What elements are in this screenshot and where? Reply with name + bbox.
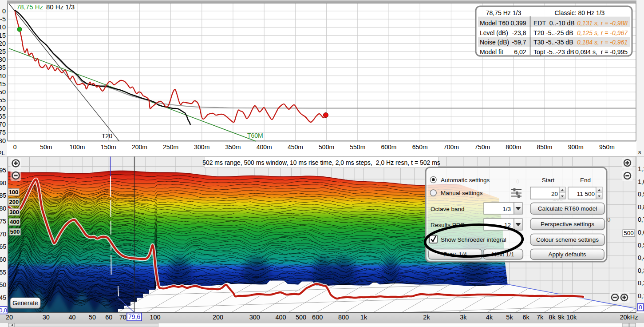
- svg-text:200m: 200m: [132, 144, 147, 151]
- svg-text:-50: -50: [0, 88, 6, 96]
- svg-text:Classic: 80 Hz 1/3: Classic: 80 Hz 1/3: [555, 9, 605, 16]
- svg-text:65: 65: [0, 243, 6, 250]
- svg-text:Automatic settings: Automatic settings: [441, 177, 490, 183]
- svg-text:700m: 700m: [443, 144, 459, 151]
- svg-text:Calculate RT60 model: Calculate RT60 model: [538, 205, 597, 212]
- svg-text:650m: 650m: [412, 144, 428, 151]
- svg-text:1,0: 1,0: [638, 178, 644, 185]
- svg-text:500m: 500m: [319, 144, 334, 151]
- svg-text:0,7: 0,7: [638, 216, 644, 223]
- svg-text:500: 500: [10, 228, 20, 235]
- svg-text:0,0: 0,0: [0, 307, 7, 314]
- svg-text:Perspective settings: Perspective settings: [541, 221, 594, 227]
- svg-text:150m: 150m: [101, 144, 116, 151]
- svg-text:Level (dB): Level (dB): [480, 29, 508, 36]
- svg-text:0,5: 0,5: [638, 242, 644, 249]
- svg-text:0,184 s, r = -0,961: 0,184 s, r = -0,961: [577, 39, 628, 46]
- svg-text:-30: -30: [0, 56, 6, 63]
- svg-text:-25: -25: [0, 48, 6, 55]
- svg-text:End: End: [580, 177, 591, 183]
- svg-text:-75: -75: [0, 129, 6, 136]
- svg-text:850m: 850m: [537, 144, 552, 151]
- svg-text:-15: -15: [0, 32, 6, 39]
- svg-text:950m: 950m: [599, 144, 615, 151]
- svg-text:20kHz: 20kHz: [620, 314, 638, 321]
- svg-text:200: 200: [9, 199, 19, 205]
- svg-text:Show Schroeder integral: Show Schroeder integral: [441, 236, 506, 243]
- svg-text:-70: -70: [0, 121, 6, 128]
- svg-text:T20 -5..-25 dB: T20 -5..-25 dB: [533, 29, 573, 36]
- svg-text:60: 60: [105, 314, 112, 321]
- svg-text:250m: 250m: [163, 144, 178, 151]
- svg-text:s: s: [638, 149, 641, 156]
- svg-text:60: 60: [0, 256, 6, 263]
- svg-text:78,75 Hz 1/3: 78,75 Hz 1/3: [486, 9, 522, 16]
- svg-text:2k: 2k: [423, 314, 430, 321]
- svg-text:-80: -80: [0, 137, 6, 144]
- svg-text:550m: 550m: [350, 144, 365, 151]
- svg-text:-45: -45: [0, 80, 6, 88]
- svg-text:400m: 400m: [257, 144, 272, 151]
- svg-text:-59,7: -59,7: [512, 39, 526, 46]
- svg-text:EDT 0..-10 dB: EDT 0..-10 dB: [533, 20, 575, 27]
- svg-text:78,75 Hz: 78,75 Hz: [16, 3, 43, 11]
- svg-text:9k 10k: 9k 10k: [558, 314, 577, 321]
- svg-text:450m: 450m: [288, 144, 303, 151]
- svg-text:SPL: SPL: [0, 150, 5, 156]
- svg-text:502 ms range, 500 ms window, 1: 502 ms range, 500 ms window, 10 ms rise …: [202, 159, 440, 166]
- svg-text:-5: -5: [0, 16, 6, 23]
- svg-text:20: 20: [551, 191, 558, 197]
- svg-text:400: 400: [10, 219, 20, 225]
- svg-text:50m: 50m: [40, 144, 52, 151]
- svg-text:Model fit: Model fit: [480, 48, 503, 56]
- svg-text:55: 55: [0, 269, 6, 276]
- svg-text:Manual settings: Manual settings: [441, 190, 483, 196]
- svg-text:0,094 s, r = -0,995: 0,094 s, r = -0,995: [575, 48, 628, 56]
- svg-text:100: 100: [150, 314, 160, 321]
- svg-text:0,8: 0,8: [638, 203, 644, 211]
- svg-text:T60M: T60M: [247, 132, 263, 139]
- svg-text:Start: Start: [542, 177, 555, 183]
- svg-text:79,6: 79,6: [128, 313, 140, 320]
- svg-text:0,4: 0,4: [638, 254, 644, 261]
- svg-text:Topt -5..-23 dB: Topt -5..-23 dB: [533, 48, 574, 56]
- svg-text:70: 70: [0, 231, 6, 238]
- svg-text:80 Hz 1/3: 80 Hz 1/3: [46, 3, 75, 11]
- svg-text:11 500: 11 500: [577, 191, 595, 197]
- svg-text:0,9: 0,9: [638, 191, 644, 198]
- svg-text:-23,8: -23,8: [512, 29, 526, 36]
- svg-text:300: 300: [9, 209, 19, 215]
- svg-text:75: 75: [0, 218, 6, 225]
- svg-text:1k: 1k: [360, 314, 367, 321]
- svg-text:-65: -65: [0, 113, 6, 120]
- svg-text:-10: -10: [0, 24, 6, 31]
- svg-text:45: 45: [0, 294, 6, 301]
- svg-text:500: 500: [296, 314, 306, 321]
- svg-text:90: 90: [0, 179, 6, 187]
- svg-text:800m: 800m: [506, 144, 521, 151]
- svg-text:100m: 100m: [69, 144, 85, 151]
- svg-text:1/3: 1/3: [502, 206, 511, 212]
- svg-text:T30 -5..-35 dB: T30 -5..-35 dB: [533, 39, 573, 46]
- svg-text:3k: 3k: [460, 314, 467, 321]
- svg-text:600m: 600m: [381, 144, 396, 151]
- svg-text:6k: 6k: [523, 314, 530, 321]
- svg-text:500: 500: [624, 230, 634, 236]
- svg-text:0,3: 0,3: [638, 267, 644, 274]
- svg-text:300: 300: [249, 314, 260, 321]
- svg-text:30: 30: [43, 314, 50, 321]
- svg-text:Model T60: Model T60: [480, 20, 509, 27]
- svg-text:900m: 900m: [568, 144, 584, 151]
- svg-text:100: 100: [9, 189, 19, 195]
- svg-text:0,2: 0,2: [638, 279, 644, 287]
- svg-text:750m: 750m: [474, 144, 490, 151]
- svg-text:0,6: 0,6: [638, 229, 644, 236]
- svg-text:300m: 300m: [194, 144, 209, 151]
- svg-text:-40: -40: [0, 72, 6, 80]
- svg-text:Noise (dB): Noise (dB): [480, 39, 509, 46]
- svg-text:8k: 8k: [549, 314, 556, 321]
- svg-text:0: 0: [13, 144, 17, 151]
- svg-text:50: 50: [89, 314, 96, 321]
- svg-text:4k: 4k: [486, 314, 493, 321]
- svg-text:-55: -55: [0, 96, 6, 104]
